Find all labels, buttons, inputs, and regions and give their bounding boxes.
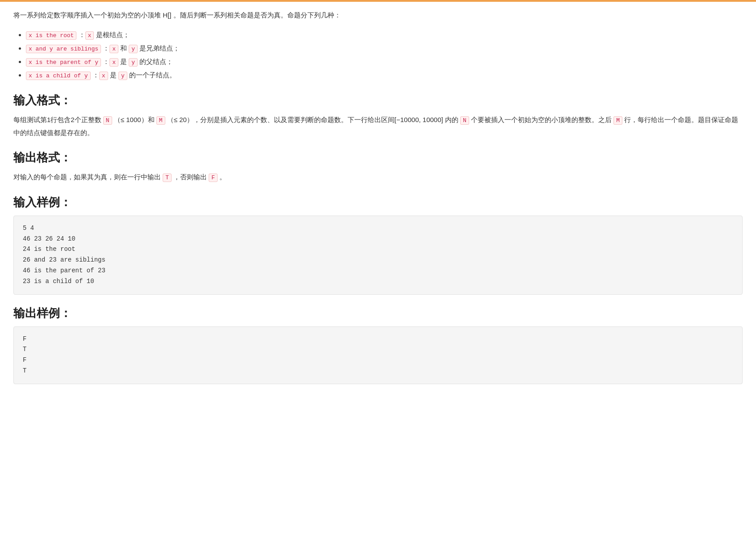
- bullet-list: x is the root ：x 是根结点； x and y are sibli…: [13, 28, 743, 82]
- bullet-item-root: x is the root ：x 是根结点；: [26, 28, 743, 42]
- code-x-2: x: [109, 45, 118, 53]
- code-x-1: x: [85, 31, 94, 40]
- intro-description: 将一系列给定数字顺序插入一个初始为空的小顶堆 H[] 。随后判断一系列相关命题是…: [13, 9, 743, 21]
- code-n-2: N: [460, 116, 469, 125]
- bullet-item-parent: x is the parent of y ：x 是 y 的父结点；: [26, 55, 743, 68]
- input-example-block: 5 4 46 23 26 24 10 24 is the root 26 and…: [13, 216, 743, 295]
- code-m-1: M: [156, 116, 165, 125]
- output-format-body: 对输入的每个命题，如果其为真，则在一行中输出 T ，否则输出 F 。: [13, 171, 743, 184]
- code-x-is-child-of-y: x is a child of y: [26, 72, 91, 80]
- top-border: [0, 0, 756, 2]
- bullet-item-child: x is a child of y ：x 是 y 的一个子结点。: [26, 68, 743, 82]
- code-x-is-the-root: x is the root: [26, 31, 76, 40]
- input-example-title: 输入样例：: [13, 195, 743, 210]
- code-y-3: y: [118, 72, 127, 80]
- input-format-body: 每组测试第1行包含2个正整数 N （≤ 1000）和 M （≤ 20），分别是插…: [13, 114, 743, 139]
- output-example-title: 输出样例：: [13, 305, 743, 321]
- code-y-2: y: [129, 58, 138, 67]
- code-n-1: N: [103, 116, 112, 125]
- bullet-item-siblings: x and y are siblings ：x 和 y 是兄弟结点；: [26, 42, 743, 55]
- code-x-4: x: [99, 72, 108, 80]
- code-f: F: [209, 174, 218, 182]
- code-t: T: [163, 174, 172, 182]
- code-m-2: M: [613, 116, 622, 125]
- output-format-title: 输出格式：: [13, 150, 743, 165]
- output-example-block: F T F T: [13, 326, 743, 384]
- code-x-3: x: [109, 58, 118, 67]
- input-format-title: 输入格式：: [13, 93, 743, 108]
- code-y-1: y: [129, 45, 138, 53]
- code-x-and-y-are-siblings: x and y are siblings: [26, 45, 101, 53]
- code-x-is-parent-of-y: x is the parent of y: [26, 58, 101, 67]
